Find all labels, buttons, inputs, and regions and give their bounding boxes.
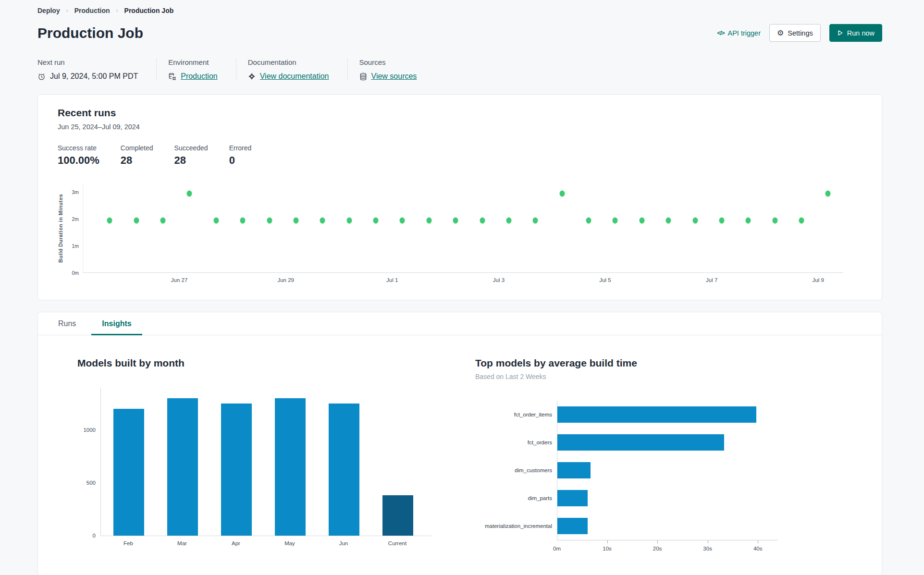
scatter-y-axis: 0m1m2m3m	[66, 184, 83, 273]
x-axis-tick-mark	[758, 540, 758, 543]
run-duration-point[interactable]	[373, 217, 379, 223]
models-built-by-month-chart: Models built by month 05001000 FebMarApr…	[77, 357, 452, 553]
model-name-label: fct_orders	[475, 440, 557, 445]
breadcrumb-production[interactable]: Production	[74, 7, 110, 14]
month-bar-current[interactable]	[382, 495, 413, 536]
breadcrumb-production-job: Production Job	[124, 7, 174, 14]
hbar-track	[557, 428, 778, 456]
scatter-x-axis: Jun 27Jun 29Jul 1Jul 3Jul 5Jul 7Jul 9	[83, 273, 843, 285]
month-bar-feb[interactable]	[113, 409, 144, 536]
x-axis-tick-label: 30s	[703, 546, 712, 551]
database-icon	[359, 73, 367, 81]
y-axis-tick-label: 2m	[72, 216, 79, 222]
run-duration-point[interactable]	[267, 217, 272, 223]
run-now-button[interactable]: Run now	[829, 24, 882, 42]
x-axis-tick-label: 10s	[603, 546, 612, 551]
stat-label: Completed	[121, 144, 153, 152]
build-time-bar-materialization_incremental[interactable]	[557, 518, 588, 534]
run-duration-point[interactable]	[533, 217, 538, 223]
dbt-logo-icon	[248, 73, 256, 80]
tab-insights[interactable]: Insights	[91, 312, 142, 335]
run-duration-point[interactable]	[799, 217, 804, 223]
gear-icon: ⚙	[777, 29, 784, 37]
model-row: dim_parts	[475, 484, 862, 512]
run-duration-point[interactable]	[719, 217, 724, 223]
model-name-label: materialization_incremental	[475, 523, 557, 529]
breadcrumb-deploy[interactable]: Deploy	[37, 7, 60, 14]
hbar-track	[557, 456, 778, 484]
model-name-label: dim_parts	[475, 495, 557, 501]
stat-value: 0	[229, 154, 252, 167]
scatter-plot-area	[83, 184, 843, 273]
y-axis-tick-label: 1m	[72, 243, 79, 249]
next-run-label: Next run	[37, 58, 138, 66]
run-duration-point[interactable]	[293, 217, 298, 223]
x-axis-tick-label: Jul 9	[813, 277, 824, 283]
run-duration-point[interactable]	[240, 217, 246, 223]
x-axis-category-label: May	[284, 540, 295, 546]
run-duration-point[interactable]	[666, 217, 671, 223]
run-duration-point[interactable]	[613, 217, 618, 223]
meta-sources: Sources View sources	[347, 58, 435, 81]
run-duration-point[interactable]	[107, 217, 112, 223]
run-duration-point[interactable]	[559, 190, 565, 196]
run-duration-point[interactable]	[187, 190, 192, 196]
environment-link[interactable]: Production	[181, 72, 218, 81]
build-time-bar-fct_orders[interactable]	[557, 434, 724, 451]
run-duration-point[interactable]	[825, 190, 831, 196]
y-axis-tick-label: 500	[86, 480, 96, 486]
run-duration-point[interactable]	[639, 217, 644, 223]
y-axis-tick-label: 3m	[72, 189, 79, 195]
x-axis-category-label: Feb	[123, 540, 133, 546]
tab-runs[interactable]: Runs	[48, 312, 86, 335]
job-meta-row: Next run Jul 9, 2024, 5:00 PM PDT Enviro…	[37, 58, 882, 81]
x-axis-tick-mark	[607, 540, 608, 543]
chart-subtitle: Based on Last 2 Weeks	[475, 373, 862, 380]
settings-button[interactable]: ⚙ Settings	[769, 24, 821, 42]
meta-next-run: Next run Jul 9, 2024, 5:00 PM PDT	[37, 58, 156, 81]
run-duration-point[interactable]	[506, 217, 511, 223]
run-duration-point[interactable]	[346, 217, 352, 223]
api-trigger-link[interactable]: </> API trigger	[717, 29, 761, 37]
y-axis-tick-label: 0	[93, 533, 96, 538]
run-duration-point[interactable]	[134, 217, 139, 223]
x-axis-tick-label: Jun 27	[171, 277, 188, 283]
y-axis-tick-label: 1000	[83, 427, 96, 433]
run-duration-point[interactable]	[160, 217, 166, 223]
run-duration-point[interactable]	[400, 217, 405, 223]
bar-plot-area	[100, 388, 432, 536]
x-axis-category-label: Jun	[339, 540, 348, 546]
view-documentation-link[interactable]: View documentation	[260, 72, 329, 81]
build-time-bar-dim_customers[interactable]	[557, 462, 591, 478]
model-row: fct_order_items	[475, 401, 862, 428]
run-duration-point[interactable]	[320, 217, 325, 223]
run-duration-point[interactable]	[453, 217, 458, 223]
play-icon	[837, 30, 843, 36]
month-bar-may[interactable]	[275, 398, 306, 536]
run-duration-point[interactable]	[426, 217, 431, 223]
recent-runs-title: Recent runs	[58, 107, 882, 119]
month-bar-jun[interactable]	[329, 404, 359, 536]
view-sources-link[interactable]: View sources	[371, 72, 417, 81]
run-duration-point[interactable]	[692, 217, 698, 223]
run-duration-point[interactable]	[480, 217, 485, 223]
run-duration-point[interactable]	[746, 217, 751, 223]
hbar-track	[557, 484, 778, 512]
x-axis-tick-label: 0m	[553, 546, 561, 551]
x-axis-category-label: Current	[388, 540, 407, 546]
y-axis-tick-label: 0m	[72, 270, 79, 276]
build-time-bar-fct_order_items[interactable]	[557, 406, 756, 423]
recent-runs-stats: Success rate 100.00% Completed 28 Succee…	[58, 144, 882, 167]
month-bar-mar[interactable]	[167, 398, 198, 536]
tab-bar: Runs Insights	[38, 312, 882, 335]
stat-label: Errored	[229, 144, 252, 152]
run-duration-point[interactable]	[772, 217, 777, 223]
chart-title: Top models by average build time	[475, 357, 862, 369]
build-time-bar-dim_parts[interactable]	[557, 490, 588, 506]
environment-icon	[168, 73, 176, 81]
run-duration-point[interactable]	[213, 217, 219, 223]
stat-value: 100.00%	[58, 154, 99, 167]
month-bar-apr[interactable]	[221, 404, 252, 536]
run-duration-point[interactable]	[586, 217, 591, 223]
model-row: dim_customers	[475, 456, 862, 484]
